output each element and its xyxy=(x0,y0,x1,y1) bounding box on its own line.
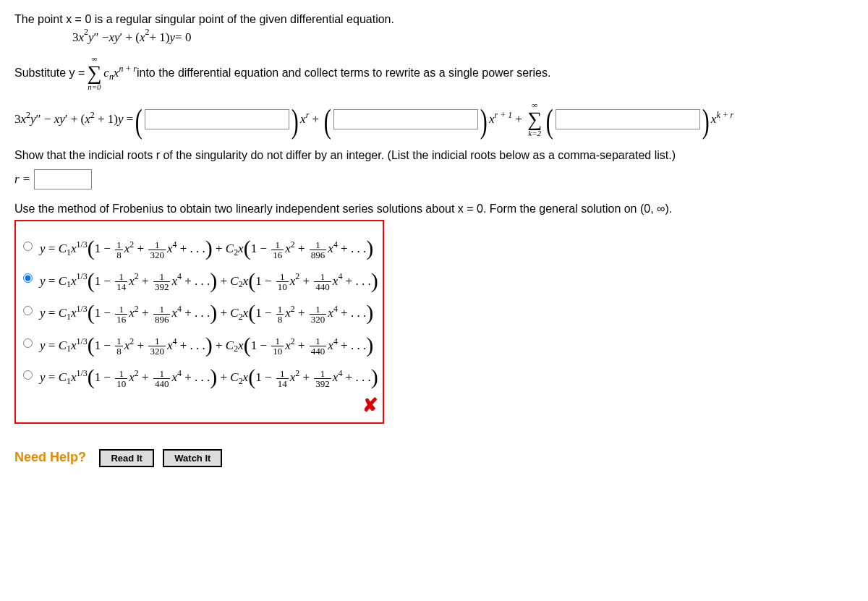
r-label: r = xyxy=(14,172,30,187)
coeff-xr-input[interactable] xyxy=(145,109,289,129)
option-radio-4[interactable] xyxy=(23,338,33,348)
r-roots-input[interactable] xyxy=(34,169,92,189)
rewrite-equation: 3x2y″ − xy′ + (x2 + 1)y = ( ) xr + ( ) x… xyxy=(14,101,854,137)
option-radio-1[interactable] xyxy=(23,242,33,251)
substitute-pre: Substitute y = xyxy=(14,67,85,80)
option-5[interactable]: y = C1x1/3(1 − 110x2 + 1440x4 + . . .) +… xyxy=(20,362,378,388)
ode-equation: 3x2y″ − xy′ + (x2 + 1)y = 0 xyxy=(72,30,854,45)
intro: The point x = 0 is a regular singular po… xyxy=(14,13,394,26)
watch-it-button[interactable]: Watch It xyxy=(163,449,222,467)
coeff-xr1-input[interactable] xyxy=(333,109,478,129)
wrong-icon: ✘ xyxy=(362,394,378,416)
option-expr: y = C1x1/3(1 − 114x2 + 1392x4 + . . .) +… xyxy=(40,265,378,292)
option-expr: y = C1x1/3(1 − 110x2 + 1440x4 + . . .) +… xyxy=(40,362,378,388)
frobenius-text: Use the method of Frobenius to obtain tw… xyxy=(14,203,854,216)
option-radio-2[interactable] xyxy=(23,273,33,283)
sigma-icon: ∞ ∑ k=2 xyxy=(527,101,542,137)
option-expr: y = C1x1/3(1 − 18x2 + 1320x4 + . . .) + … xyxy=(40,330,373,357)
option-expr: y = C1x1/3(1 − 18x2 + 1320x4 + . . .) + … xyxy=(40,233,373,260)
options-group: y = C1x1/3(1 − 18x2 + 1320x4 + . . .) + … xyxy=(14,220,384,424)
read-it-button[interactable]: Read It xyxy=(99,449,153,467)
option-expr: y = C1x1/3(1 − 116x2 + 1896x4 + . . .) +… xyxy=(40,297,373,324)
indicial-text: Show that the indicial roots r of the si… xyxy=(14,149,854,162)
coeff-xkr-input[interactable] xyxy=(556,109,700,129)
need-help-label: Need Help? xyxy=(14,450,86,465)
substitute-post: into the differential equation and colle… xyxy=(137,67,550,80)
substitute-line: Substitute y = ∞ ∑ n=0 cnxn + r into the… xyxy=(14,55,854,91)
option-4[interactable]: y = C1x1/3(1 − 18x2 + 1320x4 + . . .) + … xyxy=(20,330,378,357)
option-2[interactable]: y = C1x1/3(1 − 114x2 + 1392x4 + . . .) +… xyxy=(20,265,378,292)
option-radio-3[interactable] xyxy=(23,306,33,315)
option-3[interactable]: y = C1x1/3(1 − 116x2 + 1896x4 + . . .) +… xyxy=(20,297,378,324)
r-input-row: r = xyxy=(14,169,854,189)
option-radio-5[interactable] xyxy=(23,370,33,380)
sigma-icon: ∞ ∑ n=0 xyxy=(87,55,101,91)
intro-text: The point x = 0 is a regular singular po… xyxy=(14,13,854,26)
option-1[interactable]: y = C1x1/3(1 − 18x2 + 1320x4 + . . .) + … xyxy=(20,233,378,260)
